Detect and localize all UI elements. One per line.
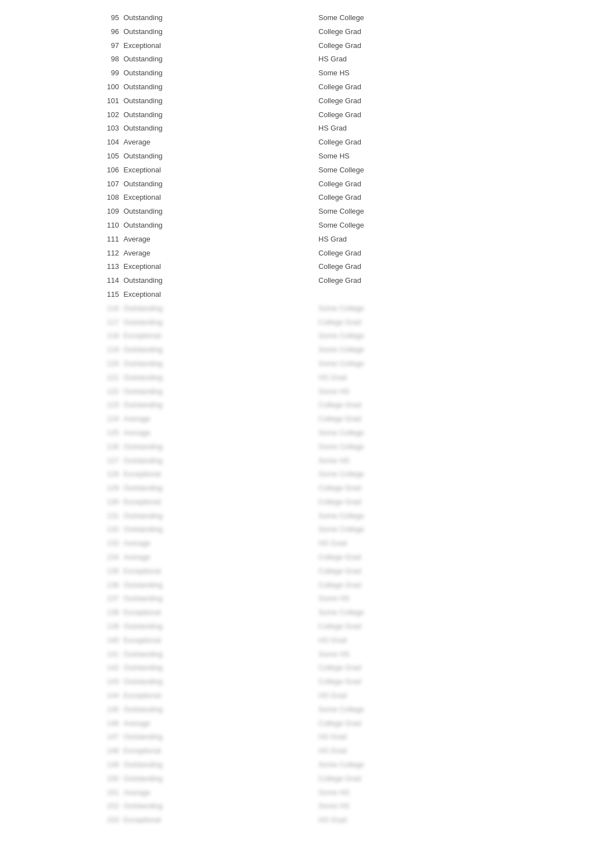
table-container: 95OutstandingSome College96OutstandingCo…	[0, 0, 592, 838]
cell-education: HS Grad	[318, 233, 559, 247]
cell-rating-blurred: Outstanding	[123, 440, 318, 454]
cell-id: 104	[33, 136, 123, 150]
cell-rating-blurred: Outstanding	[123, 357, 318, 371]
cell-id-blurred: 132	[33, 523, 123, 537]
cell-rating-blurred: Outstanding	[123, 799, 318, 813]
cell-education: Some College	[318, 163, 559, 177]
cell-rating: Outstanding	[123, 122, 318, 136]
cell-rating: Average	[123, 136, 318, 150]
cell-rating-blurred: Outstanding	[123, 523, 318, 537]
cell-rating-blurred: Exceptional	[123, 744, 318, 758]
table-row-blurred: 153ExceptionalHS Grad	[33, 813, 559, 827]
cell-education-blurred: HS Grad	[318, 634, 559, 648]
table-row: 98OutstandingHS Grad	[33, 52, 559, 66]
cell-education-blurred: College Grad	[318, 316, 559, 330]
cell-education: Some College	[318, 219, 559, 233]
cell-rating-blurred: Outstanding	[123, 578, 318, 592]
cell-education: College Grad	[318, 25, 559, 39]
cell-education: College Grad	[318, 247, 559, 261]
table-row-blurred: 136OutstandingCollege Grad	[33, 578, 559, 592]
table-row: 114OutstandingCollege Grad	[33, 274, 559, 288]
cell-education-blurred: HS Grad	[318, 744, 559, 758]
cell-education: College Grad	[318, 136, 559, 150]
cell-id-blurred: 133	[33, 537, 123, 551]
cell-education-blurred: HS Grad	[318, 689, 559, 703]
cell-id: 113	[33, 260, 123, 274]
cell-education-blurred: College Grad	[318, 772, 559, 786]
cell-education-blurred: Some College	[318, 357, 559, 371]
cell-id: 102	[33, 108, 123, 122]
cell-education-blurred: HS Grad	[318, 813, 559, 827]
cell-education: HS Grad	[318, 52, 559, 66]
table-row: 96OutstandingCollege Grad	[33, 25, 559, 39]
cell-rating: Exceptional	[123, 288, 318, 302]
cell-rating: Outstanding	[123, 274, 318, 288]
cell-id-blurred: 126	[33, 440, 123, 454]
cell-rating: Average	[123, 233, 318, 247]
cell-rating-blurred: Exceptional	[123, 606, 318, 620]
table-row-blurred: 128ExceptionalSome College	[33, 467, 559, 481]
cell-rating-blurred: Outstanding	[123, 316, 318, 330]
cell-education-blurred: Some College	[318, 329, 559, 343]
cell-id-blurred: 136	[33, 578, 123, 592]
cell-rating-blurred: Average	[123, 551, 318, 565]
cell-id-blurred: 137	[33, 592, 123, 606]
cell-rating-blurred: Outstanding	[123, 758, 318, 772]
cell-id-blurred: 117	[33, 316, 123, 330]
table-row-blurred: 139OutstandingCollege Grad	[33, 620, 559, 634]
cell-education-blurred: College Grad	[318, 412, 559, 426]
cell-education-blurred: Some College	[318, 606, 559, 620]
table-row-blurred: 151AverageSome HS	[33, 786, 559, 800]
table-row: 113ExceptionalCollege Grad	[33, 260, 559, 274]
cell-education-blurred: Some College	[318, 343, 559, 357]
cell-education: College Grad	[318, 260, 559, 274]
cell-id: 108	[33, 191, 123, 205]
cell-education: Some HS	[318, 66, 559, 80]
table-row-blurred: 150OutstandingCollege Grad	[33, 772, 559, 786]
cell-id-blurred: 135	[33, 565, 123, 578]
cell-education: College Grad	[318, 39, 559, 53]
cell-rating-blurred: Outstanding	[123, 302, 318, 316]
cell-education: College Grad	[318, 274, 559, 288]
cell-id: 110	[33, 219, 123, 233]
cell-id: 115	[33, 288, 123, 302]
cell-education-blurred: Some College	[318, 509, 559, 523]
cell-rating-blurred: Outstanding	[123, 675, 318, 689]
table-row-blurred: 147OutstandingHS Grad	[33, 730, 559, 744]
table-row-blurred: 121OutstandingHS Grad	[33, 371, 559, 385]
cell-id: 96	[33, 25, 123, 39]
cell-id-blurred: 143	[33, 675, 123, 689]
cell-rating-blurred: Outstanding	[123, 620, 318, 634]
cell-rating-blurred: Outstanding	[123, 343, 318, 357]
table-row-blurred: 145OutstandingSome College	[33, 703, 559, 717]
table-row: 105OutstandingSome HS	[33, 150, 559, 163]
cell-id-blurred: 144	[33, 689, 123, 703]
table-row-blurred: 149OutstandingSome College	[33, 758, 559, 772]
cell-education-blurred: Some HS	[318, 454, 559, 468]
cell-id-blurred: 127	[33, 454, 123, 468]
cell-id-blurred: 150	[33, 772, 123, 786]
cell-education	[318, 288, 559, 302]
cell-rating-blurred: Exceptional	[123, 634, 318, 648]
cell-education-blurred: Some College	[318, 467, 559, 481]
table-row: 101OutstandingCollege Grad	[33, 94, 559, 108]
cell-rating-blurred: Average	[123, 717, 318, 731]
table-row: 100OutstandingCollege Grad	[33, 80, 559, 94]
cell-id-blurred: 118	[33, 329, 123, 343]
cell-rating: Outstanding	[123, 25, 318, 39]
cell-rating: Outstanding	[123, 11, 318, 25]
cell-education-blurred: Some College	[318, 426, 559, 440]
cell-id-blurred: 140	[33, 634, 123, 648]
cell-id-blurred: 134	[33, 551, 123, 565]
cell-education-blurred: Some College	[318, 703, 559, 717]
cell-rating: Exceptional	[123, 260, 318, 274]
cell-id-blurred: 123	[33, 398, 123, 412]
cell-id: 101	[33, 94, 123, 108]
cell-rating-blurred: Outstanding	[123, 454, 318, 468]
cell-education-blurred: College Grad	[318, 495, 559, 509]
table-row-blurred: 142OutstandingCollege Grad	[33, 661, 559, 675]
cell-education-blurred: HS Grad	[318, 730, 559, 744]
cell-rating-blurred: Exceptional	[123, 689, 318, 703]
table-row: 111AverageHS Grad	[33, 233, 559, 247]
cell-id: 112	[33, 247, 123, 261]
